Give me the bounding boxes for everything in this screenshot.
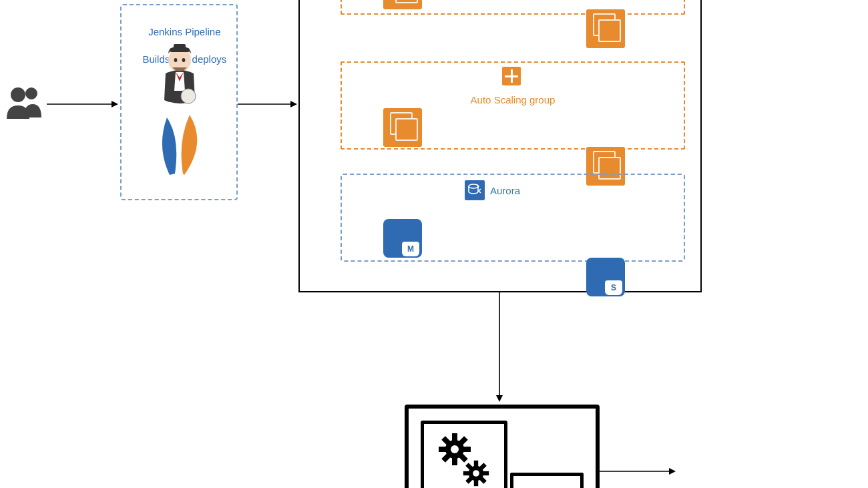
svg-point-5 xyxy=(25,87,37,99)
rds-standby-letter: S xyxy=(605,280,622,295)
users-icon xyxy=(4,85,44,125)
ec2-icon xyxy=(586,9,625,48)
svg-point-9 xyxy=(181,89,196,103)
svg-point-11 xyxy=(182,58,186,62)
aurora-label: Aurora xyxy=(490,184,520,198)
svg-point-4 xyxy=(11,87,25,102)
jenkins-pipeline-box: Jenkins Pipeline Builds and deploys xyxy=(120,4,238,200)
jenkins-title-line1: Jenkins Pipeline xyxy=(148,26,220,37)
ec2-icon xyxy=(383,0,422,9)
gears-icon xyxy=(424,424,504,488)
rds-master-letter: M xyxy=(402,242,419,256)
auto-scaling-icon xyxy=(502,67,521,85)
svg-point-17 xyxy=(473,470,479,477)
rds-standby-icon: S xyxy=(586,258,625,296)
asg-group-middle: Auto Scaling group xyxy=(341,61,685,150)
aurora-group: Aurora M S xyxy=(341,174,685,262)
asg-group-top xyxy=(341,0,685,15)
svg-point-14 xyxy=(451,445,459,453)
aurora-icon xyxy=(465,180,485,200)
svg-rect-15 xyxy=(452,433,457,441)
rds-master-icon: M xyxy=(383,219,422,258)
svg-rect-8 xyxy=(174,44,186,49)
asg-label: Auto Scaling group xyxy=(342,93,684,107)
loadtest-monitor-icon xyxy=(405,405,600,488)
svg-point-10 xyxy=(174,58,178,62)
jenkins-icon xyxy=(156,44,203,104)
ec2-icon xyxy=(383,108,422,147)
maven-feathers-icon xyxy=(150,113,210,180)
